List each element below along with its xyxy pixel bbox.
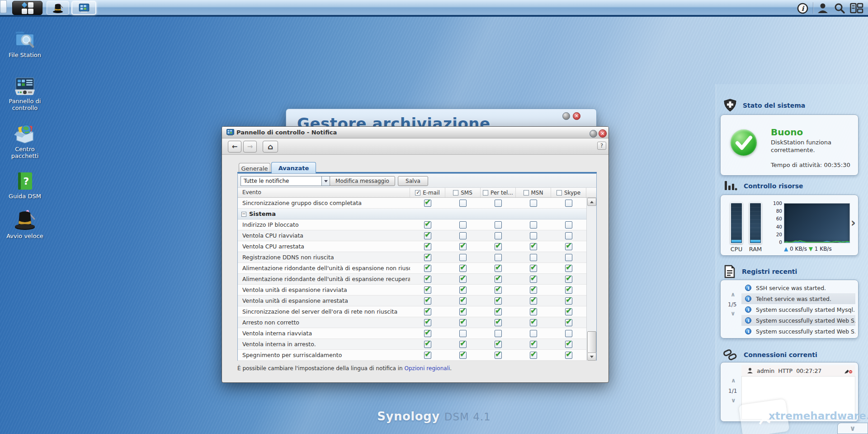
notify-checkbox-sms[interactable]	[459, 232, 467, 239]
help-button[interactable]: ?	[597, 142, 606, 150]
forward-button[interactable]	[243, 141, 257, 153]
user-menu-button[interactable]	[816, 2, 830, 14]
notify-checkbox-sms[interactable]	[459, 221, 467, 229]
dialog-titlebar[interactable]: Pannello di controllo - Notifica	[222, 127, 609, 138]
notify-checkbox-sms[interactable]	[459, 200, 467, 207]
notify-checkbox-msn[interactable]	[530, 319, 537, 326]
notify-checkbox-sms[interactable]	[459, 352, 467, 359]
notify-checkbox-phone[interactable]	[495, 265, 502, 272]
log-row[interactable]: System successfully started Mysql...	[741, 304, 855, 315]
notify-checkbox-sms[interactable]	[459, 341, 467, 348]
log-row[interactable]: System successfully started Web S...	[741, 315, 855, 326]
log-row[interactable]: System successfully started Web S...	[741, 326, 855, 337]
minimize-button[interactable]	[562, 112, 570, 120]
column-checkbox-skype[interactable]	[557, 190, 562, 196]
notify-checkbox-phone[interactable]	[495, 341, 502, 348]
table-row[interactable]: Ventola interna in arresto.	[238, 339, 586, 350]
notify-checkbox-sms[interactable]	[459, 319, 467, 326]
notify-checkbox-phone[interactable]	[495, 330, 502, 337]
table-row[interactable]: Ventola unità di espansione riavviata	[238, 285, 586, 296]
table-group-row[interactable]: Sistema	[238, 209, 586, 219]
column-checkbox-msn[interactable]	[524, 190, 529, 196]
notification-filter-select[interactable]: Tutte le notifiche	[241, 176, 330, 186]
desktop-icon-control-panel[interactable]: Pannello di controllo	[5, 77, 45, 111]
notify-checkbox-sms[interactable]	[459, 276, 467, 283]
system-info-button[interactable]: i	[796, 2, 809, 14]
quick-launch-button[interactable]	[47, 1, 69, 15]
minimize-button[interactable]	[590, 130, 597, 138]
expand-resource-monitor-chevron[interactable]: ›	[851, 217, 856, 229]
notify-checkbox-sms[interactable]	[459, 254, 467, 261]
notify-checkbox-email[interactable]	[424, 319, 431, 326]
taskbar-item-control-panel[interactable]	[71, 1, 96, 15]
log-row[interactable]: Telnet service was started.	[741, 293, 855, 304]
notify-checkbox-email[interactable]	[424, 243, 431, 250]
table-row[interactable]: Ventola interna riavviata	[238, 328, 586, 339]
table-row[interactable]: Alimentazione ridondante dell'unità di e…	[238, 263, 586, 274]
notify-checkbox-skype[interactable]	[565, 286, 572, 294]
notify-checkbox-email[interactable]	[424, 330, 431, 337]
notify-checkbox-msn[interactable]	[530, 341, 537, 348]
desktop-icon-package-center[interactable]: Centro pacchetti	[5, 123, 45, 159]
notify-checkbox-phone[interactable]	[495, 200, 502, 207]
connections-page-up-chevron[interactable]	[731, 378, 736, 383]
notify-checkbox-email[interactable]	[424, 276, 431, 283]
notify-checkbox-sms[interactable]	[459, 308, 467, 315]
notify-checkbox-sms[interactable]	[459, 265, 467, 272]
scrollbar-thumb[interactable]	[587, 331, 596, 353]
close-button[interactable]	[599, 129, 607, 138]
notify-checkbox-skype[interactable]	[565, 308, 572, 315]
notify-checkbox-skype[interactable]	[565, 221, 572, 229]
notify-checkbox-msn[interactable]	[530, 221, 537, 229]
notify-checkbox-email[interactable]	[424, 254, 431, 261]
table-row[interactable]: Sincronizzazione del server dell'ora di …	[238, 306, 586, 317]
edit-message-button[interactable]: Modifica messaggio	[330, 176, 395, 186]
notify-checkbox-email[interactable]	[424, 308, 431, 315]
notify-checkbox-msn[interactable]	[530, 265, 537, 272]
table-row[interactable]: Sincronizzazione gruppo disco completata	[238, 198, 586, 209]
table-scrollbar[interactable]	[586, 198, 596, 361]
notify-checkbox-phone[interactable]	[495, 319, 502, 326]
notify-checkbox-msn[interactable]	[530, 276, 537, 283]
notify-checkbox-msn[interactable]	[530, 286, 537, 294]
notify-checkbox-sms[interactable]	[459, 297, 467, 305]
column-checkbox-phone[interactable]	[483, 190, 488, 196]
home-button[interactable]	[263, 141, 278, 153]
notify-checkbox-email[interactable]	[424, 286, 431, 294]
notify-checkbox-phone[interactable]	[495, 221, 502, 229]
notify-checkbox-phone[interactable]	[495, 243, 502, 250]
notify-checkbox-phone[interactable]	[495, 276, 502, 283]
table-row[interactable]: Alimentazione ridondante dell'unità di e…	[238, 274, 586, 285]
column-header-phone[interactable]: Per tel...	[481, 188, 516, 197]
column-header-sms[interactable]: SMS	[445, 188, 481, 197]
desktop-icon-quick-start[interactable]: Avvio veloce	[5, 209, 45, 239]
notify-checkbox-msn[interactable]	[530, 330, 537, 337]
notify-checkbox-phone[interactable]	[495, 297, 502, 305]
notify-checkbox-email[interactable]	[424, 265, 431, 272]
notify-checkbox-skype[interactable]	[565, 200, 572, 207]
table-row[interactable]: Spegnimento per surriscaldamento	[238, 350, 586, 361]
notify-checkbox-sms[interactable]	[459, 243, 467, 250]
column-header-email[interactable]: E-mail	[410, 188, 445, 197]
table-row[interactable]: Ventola CPU riavviata	[238, 230, 586, 241]
notify-checkbox-skype[interactable]	[565, 297, 572, 305]
log-row[interactable]: SSH service was started.	[741, 282, 855, 293]
sidebar-collapse-tab[interactable]	[837, 423, 868, 434]
notify-checkbox-phone[interactable]	[495, 352, 502, 359]
notify-checkbox-skype[interactable]	[565, 341, 572, 348]
disconnect-icon[interactable]	[844, 367, 853, 374]
pilot-view-button[interactable]	[850, 2, 863, 14]
notify-checkbox-phone[interactable]	[495, 286, 502, 294]
notify-checkbox-msn[interactable]	[530, 243, 537, 250]
notify-checkbox-skype[interactable]	[565, 276, 572, 283]
desktop-icon-file-station[interactable]: File Station	[5, 28, 45, 58]
notify-checkbox-skype[interactable]	[565, 254, 572, 261]
notify-checkbox-skype[interactable]	[565, 352, 572, 359]
notify-checkbox-msn[interactable]	[530, 308, 537, 315]
tab-avanzate[interactable]: Avanzate	[271, 162, 316, 173]
column-header-msn[interactable]: MSN	[516, 188, 551, 197]
scroll-up-arrow[interactable]	[587, 198, 596, 206]
logs-page-up-chevron[interactable]	[731, 292, 736, 297]
main-menu-button[interactable]	[12, 1, 42, 15]
notify-checkbox-skype[interactable]	[565, 232, 572, 239]
